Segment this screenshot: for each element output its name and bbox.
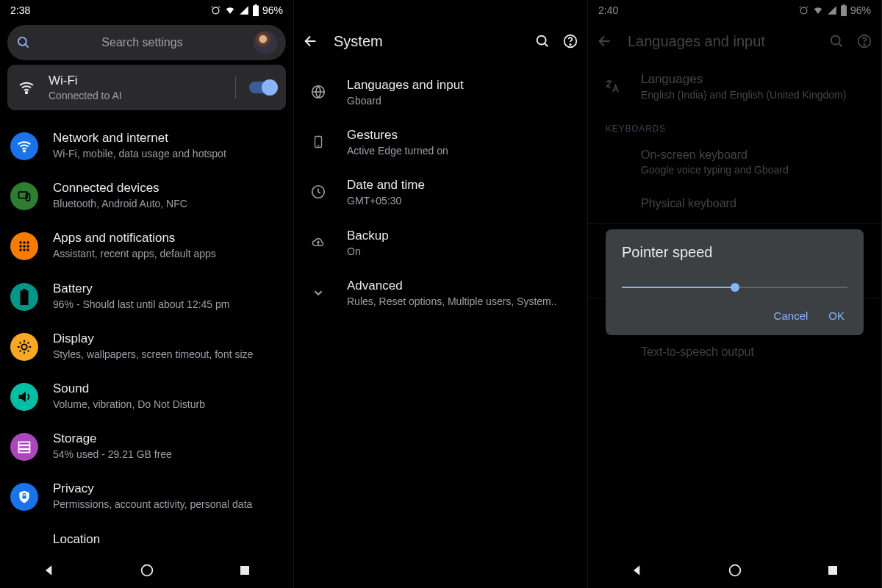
row-sub: Styles, wallpapers, screen timeout, font… (53, 348, 253, 361)
settings-row[interactable]: Storage54% used - 29.21 GB free (0, 421, 293, 471)
nav-home[interactable] (118, 562, 176, 578)
wifi-quick-card[interactable]: Wi-Fi Connected to AI (7, 65, 286, 110)
battery-pct: 96% (262, 4, 283, 16)
row-sub: 54% used - 29.21 GB free (53, 448, 172, 461)
nav-recent[interactable] (215, 564, 274, 577)
wifi-toggle[interactable] (249, 82, 276, 93)
languages-input-panel: 2:40 96% Languages and input Languages E… (588, 0, 882, 588)
row-sub: On (347, 245, 389, 258)
display-icon (10, 333, 38, 361)
row-title: Battery (53, 282, 230, 296)
battery-icon (10, 283, 38, 311)
svg-rect-18 (23, 496, 26, 499)
wifi-icon (18, 79, 35, 96)
svg-point-11 (19, 249, 21, 251)
search-placeholder: Search settings (41, 36, 243, 49)
settings-root-panel: 2:38 96% Search settings Wi-Fi Connected… (0, 0, 294, 588)
row-sub: Active Edge turned on (347, 144, 448, 157)
row-title: Apps and notifications (53, 231, 216, 245)
svg-point-2 (24, 150, 25, 151)
settings-row[interactable]: Apps and notificationsAssistant, recent … (0, 220, 293, 270)
globe-icon (304, 78, 332, 106)
svg-rect-17 (19, 449, 30, 452)
row-title: Gestures (347, 128, 448, 143)
profile-avatar[interactable] (254, 31, 277, 54)
dialog-title: Pointer speed (622, 244, 847, 261)
expand-icon (304, 279, 332, 306)
clock-icon (304, 178, 332, 206)
system-row[interactable]: AdvancedRules, Reset options, Multiple u… (294, 268, 587, 318)
system-row[interactable]: BackupOn (294, 218, 587, 268)
svg-point-30 (729, 565, 740, 576)
nav-back[interactable] (20, 563, 79, 578)
row-sub: Permissions, account activity, personal … (53, 498, 252, 511)
svg-point-6 (23, 242, 25, 244)
svg-point-12 (23, 249, 25, 251)
phone-icon (304, 128, 332, 156)
system-row[interactable]: Date and timeGMT+05:30 (294, 168, 587, 218)
nav-home[interactable] (706, 562, 764, 578)
svg-rect-15 (19, 442, 30, 445)
help-icon[interactable] (562, 33, 578, 49)
devices-icon (10, 182, 38, 210)
clock: 2:38 (10, 4, 30, 16)
svg-point-23 (570, 44, 570, 45)
row-title: Network and internet (53, 131, 226, 146)
settings-row[interactable]: PrivacyPermissions, account activity, pe… (0, 471, 293, 521)
status-bar-spacer (294, 0, 587, 21)
svg-rect-20 (240, 566, 249, 575)
settings-row[interactable]: Connected devicesBluetooth, Android Auto… (0, 171, 293, 220)
settings-row[interactable]: SoundVolume, vibration, Do Not Disturb (0, 371, 293, 421)
search-settings[interactable]: Search settings (7, 25, 286, 60)
row-title: Storage (53, 431, 172, 446)
cloud-icon (304, 229, 332, 257)
row-title: Advanced (347, 279, 557, 293)
wifi-sub: Connected to AI (49, 90, 222, 101)
system-row[interactable]: Languages and inputGboard (294, 68, 587, 118)
row-title: Display (53, 331, 253, 346)
row-sub: Wi-Fi, mobile, data usage and hotspot (53, 147, 226, 160)
search-icon (16, 35, 31, 50)
system-panel: System Languages and inputGboardGestures… (294, 0, 588, 588)
svg-point-13 (26, 249, 29, 251)
alarm-icon (210, 5, 221, 16)
search-icon[interactable] (534, 33, 551, 49)
row-sub: Gboard (347, 94, 464, 107)
wifi-icon (224, 5, 236, 15)
status-bar: 2:38 96% (0, 0, 293, 21)
row-title: Languages and input (347, 78, 464, 93)
row-title: Sound (53, 381, 205, 396)
settings-row[interactable]: Battery96% - Should last until about 12:… (0, 271, 293, 321)
back-icon[interactable] (303, 33, 319, 49)
row-sub: Assistant, recent apps, default apps (53, 247, 216, 260)
row-title: Location (53, 532, 100, 547)
cancel-button[interactable]: Cancel (774, 309, 808, 322)
nav-recent[interactable] (803, 564, 862, 577)
svg-point-10 (26, 245, 29, 248)
row-title: Privacy (53, 481, 252, 496)
svg-point-8 (19, 245, 21, 248)
signal-icon (239, 5, 249, 15)
settings-list: Network and internetWi-Fi, mobile, data … (0, 115, 293, 572)
pointer-speed-dialog: Pointer speed Cancel OK (606, 229, 864, 335)
nav-bar (0, 553, 293, 588)
row-title: Connected devices (53, 181, 187, 196)
row-sub: Volume, vibration, Do Not Disturb (53, 398, 205, 411)
svg-point-14 (21, 344, 26, 349)
svg-point-7 (26, 242, 29, 244)
settings-row[interactable]: DisplayStyles, wallpapers, screen timeou… (0, 321, 293, 371)
wifi-title: Wi-Fi (49, 74, 222, 88)
nav-back[interactable] (608, 563, 667, 578)
svg-rect-16 (19, 445, 30, 448)
row-sub: GMT+05:30 (347, 194, 425, 207)
svg-point-9 (23, 245, 25, 248)
system-row[interactable]: GesturesActive Edge turned on (294, 118, 587, 168)
pointer-speed-slider[interactable] (622, 280, 847, 295)
nav-bar (588, 553, 881, 588)
wifi-icon (10, 132, 38, 160)
ok-button[interactable]: OK (828, 309, 845, 322)
sound-icon (10, 383, 38, 411)
storage-icon (10, 433, 38, 461)
system-list: Languages and inputGboardGesturesActive … (294, 62, 587, 318)
settings-row[interactable]: Network and internetWi-Fi, mobile, data … (0, 121, 293, 171)
